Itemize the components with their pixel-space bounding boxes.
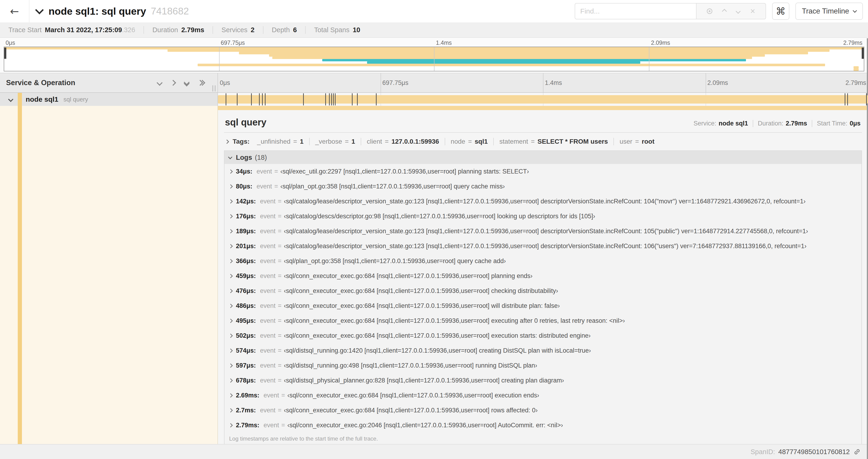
- logs-header[interactable]: Logs (18): [224, 151, 862, 164]
- service-color-stripe: [18, 93, 22, 106]
- chevron-right-icon[interactable]: [228, 408, 232, 412]
- chevron-right-icon[interactable]: [228, 199, 232, 203]
- service-operation-title: Service & Operation: [6, 78, 75, 87]
- minimap-tick-labels: 0μs697.75μs1.4ms2.09ms2.79ms: [4, 38, 864, 47]
- chevron-right-icon[interactable]: [228, 259, 232, 263]
- chevron-right-icon[interactable]: [228, 349, 232, 353]
- log-row[interactable]: 201μs:event=‹sql/catalog/lease/descripto…: [224, 239, 862, 254]
- stat-item: Services2: [213, 26, 263, 34]
- log-row[interactable]: 2.69ms:event=‹sql/conn_executor_exec.go:…: [224, 388, 862, 403]
- minimap-canvas[interactable]: [4, 47, 864, 71]
- log-marker: [251, 93, 252, 105]
- expand-all-icon[interactable]: [198, 81, 205, 85]
- chevron-right-icon[interactable]: [228, 378, 232, 383]
- prev-match-icon[interactable]: [722, 9, 727, 13]
- expand-one-icon[interactable]: [170, 80, 176, 86]
- chevron-right-icon[interactable]: [228, 184, 232, 189]
- chevron-right-icon[interactable]: [228, 319, 232, 323]
- chevron-right-icon[interactable]: [228, 289, 232, 293]
- minimap-span-bar: [854, 69, 859, 71]
- chevron-down-icon[interactable]: [8, 97, 13, 102]
- tags-row[interactable]: Tags: _unfinished=1_verbose=1client=127.…: [224, 133, 862, 150]
- log-row[interactable]: 495μs:event=‹sql/conn_executor_exec.go:6…: [224, 313, 862, 328]
- chevron-right-icon[interactable]: [228, 333, 232, 338]
- chevron-right-icon[interactable]: [228, 423, 232, 427]
- log-row[interactable]: 2.79ms:event=‹sql/conn_executor_exec.go:…: [224, 418, 862, 433]
- log-row[interactable]: 189μs:event=‹sql/catalog/lease/descripto…: [224, 224, 862, 239]
- log-row[interactable]: 142μs:event=‹sql/catalog/lease/descripto…: [224, 194, 862, 209]
- span-service-name: node sql1: [26, 95, 58, 103]
- span-detail-title: sql query: [225, 117, 267, 128]
- view-selector-button[interactable]: Trace Timeline: [796, 3, 863, 20]
- log-row[interactable]: 502μs:event=‹sql/conn_executor_exec.go:6…: [224, 328, 862, 343]
- log-marker: [329, 93, 330, 105]
- chevron-down-icon[interactable]: [228, 155, 232, 159]
- back-button[interactable]: ←: [0, 0, 29, 22]
- next-match-icon[interactable]: [736, 9, 741, 13]
- summary-duration: Duration:2.79ms: [753, 120, 812, 127]
- timeline-header-row: Service & Operation 0μs697.75μs1.4ms2.09…: [0, 73, 868, 93]
- log-row[interactable]: 80μs:event=‹sql/plan_opt.go:358 [nsql1,c…: [224, 179, 862, 194]
- span-row-name-column[interactable]: node sql1 sql query: [0, 93, 218, 106]
- chevron-right-icon[interactable]: [228, 244, 232, 248]
- locate-icon[interactable]: [707, 8, 712, 14]
- minimap-span-bar: [239, 52, 808, 54]
- span-row-track[interactable]: [218, 93, 868, 106]
- minimap-span-bar: [272, 57, 752, 59]
- tick-label: 1.4ms: [545, 79, 562, 87]
- log-marker: [866, 93, 867, 105]
- logs-accordion: Logs (18) 34μs:event=‹sql/exec_util.go:2…: [224, 151, 862, 444]
- link-icon[interactable]: [851, 446, 863, 457]
- log-marker: [333, 93, 334, 105]
- column-resize-grip[interactable]: [212, 85, 216, 91]
- log-row[interactable]: 459μs:event=‹sql/conn_executor_exec.go:6…: [224, 268, 862, 283]
- log-marker: [237, 93, 238, 105]
- log-marker: [226, 93, 226, 105]
- log-row[interactable]: 597μs:event=‹sql/distsql_running.go:498 …: [224, 358, 862, 373]
- chevron-right-icon[interactable]: [228, 169, 232, 173]
- logs-title: Logs: [236, 154, 252, 161]
- span-id-value: 4877749850101760812: [778, 448, 850, 456]
- chevron-right-icon[interactable]: [228, 229, 232, 233]
- minimap-span-bar: [322, 59, 746, 61]
- header-controls: × ⌘ Trace Timeline: [575, 3, 863, 20]
- chevron-right-icon[interactable]: [225, 139, 229, 144]
- log-marker: [331, 93, 332, 105]
- collapse-all-icon[interactable]: [185, 80, 189, 86]
- chevron-right-icon[interactable]: [228, 274, 232, 278]
- trace-id: 7418682: [151, 6, 189, 17]
- clear-icon[interactable]: ×: [750, 7, 755, 15]
- log-row[interactable]: 574μs:event=‹sql/distsql_running.go:1420…: [224, 343, 862, 358]
- span-detail-header: sql query Service:node sql1 Duration:2.7…: [224, 114, 862, 133]
- span-duration-bar[interactable]: [218, 95, 868, 104]
- log-marker: [262, 93, 263, 105]
- chevron-right-icon[interactable]: [228, 214, 232, 218]
- chevron-right-icon[interactable]: [228, 304, 232, 308]
- log-row[interactable]: 476μs:event=‹sql/conn_executor_exec.go:6…: [224, 283, 862, 298]
- find-suffix-controls: ×: [696, 3, 766, 19]
- chevron-right-icon[interactable]: [228, 363, 232, 368]
- logs-count: (18): [255, 154, 267, 161]
- log-row[interactable]: 366μs:event=‹sql/plan_opt.go:358 [nsql1,…: [224, 254, 862, 268]
- log-row[interactable]: 176μs:event=‹sql/catalog/descs/descripto…: [224, 209, 862, 224]
- log-row[interactable]: 486μs:event=‹sql/conn_executor_exec.go:6…: [224, 298, 862, 313]
- tag-item: user=root: [614, 138, 660, 145]
- viewport-right-handle[interactable]: [862, 47, 864, 59]
- span-operation-name: sql query: [63, 96, 88, 103]
- log-row[interactable]: 678μs:event=‹sql/distsql_physical_planne…: [224, 373, 862, 388]
- gridline: [706, 73, 706, 92]
- gridline: [380, 73, 381, 92]
- log-row[interactable]: 2.7ms:event=‹sql/conn_executor_exec.go:6…: [224, 403, 862, 418]
- keyboard-shortcuts-button[interactable]: ⌘: [772, 3, 789, 20]
- log-row[interactable]: 34μs:event=‹sql/exec_util.go:2297 [nsql1…: [224, 164, 862, 179]
- chevron-down-icon[interactable]: [35, 6, 44, 14]
- tick-label: 0μs: [220, 79, 230, 87]
- span-row[interactable]: node sql1 sql query: [0, 93, 868, 106]
- viewport-left-handle[interactable]: [4, 47, 6, 59]
- command-icon: ⌘: [776, 6, 786, 17]
- tick-label: 2.09ms: [651, 39, 670, 46]
- collapse-one-icon[interactable]: [157, 80, 162, 86]
- find-input[interactable]: [575, 3, 696, 19]
- span-detail-accent-bar: [218, 106, 868, 110]
- chevron-right-icon[interactable]: [228, 393, 232, 397]
